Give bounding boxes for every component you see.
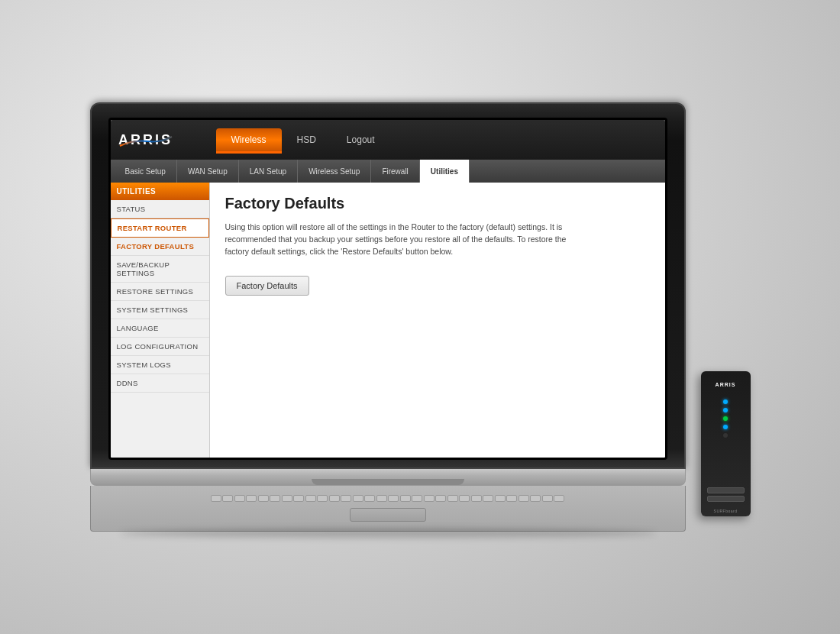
keyboard-row-1 bbox=[211, 495, 565, 502]
key bbox=[211, 495, 221, 502]
sidebar-item-language[interactable]: LANGUAGE bbox=[111, 319, 209, 338]
key bbox=[471, 495, 482, 502]
key bbox=[258, 495, 269, 502]
key bbox=[364, 495, 375, 502]
key bbox=[459, 495, 470, 502]
key bbox=[400, 495, 411, 502]
sidebar-item-ddns[interactable]: DDNS bbox=[111, 374, 209, 393]
key bbox=[234, 495, 245, 502]
sidebar-item-restart-router[interactable]: RESTART ROUTER bbox=[111, 218, 209, 238]
key bbox=[282, 495, 292, 502]
laptop: ARRIS bbox=[90, 102, 686, 532]
laptop-shadow bbox=[120, 529, 656, 538]
key bbox=[305, 495, 316, 502]
router-brand-text: SURFboard bbox=[714, 509, 738, 513]
key bbox=[424, 495, 435, 502]
tab-wireless-setup[interactable]: Wireless Setup bbox=[298, 160, 371, 183]
sidebar-item-save-backup[interactable]: SAVE/BACKUP SETTINGS bbox=[111, 256, 209, 283]
router-logo: ARRIS bbox=[716, 382, 736, 387]
main-content: Factory Defaults Using this option will … bbox=[210, 183, 665, 458]
router-leds bbox=[723, 399, 728, 438]
router-port-usb bbox=[707, 487, 745, 493]
sidebar-title: UTILITIES bbox=[111, 183, 209, 200]
key bbox=[329, 495, 340, 502]
content-area: UTILITIES STATUS RESTART ROUTER FACTORY … bbox=[111, 183, 665, 458]
sidebar-item-factory-defaults[interactable]: FACTORY DEFAULTS bbox=[111, 238, 209, 256]
led-eth2 bbox=[723, 433, 728, 438]
factory-defaults-button[interactable]: Factory Defaults bbox=[225, 276, 309, 296]
laptop-wrapper: ARRIS bbox=[90, 102, 751, 532]
router-ui: ARRIS bbox=[111, 120, 665, 458]
key bbox=[542, 495, 553, 502]
key bbox=[388, 495, 399, 502]
trackpad[interactable] bbox=[350, 508, 426, 522]
sidebar-item-status[interactable]: STATUS bbox=[111, 200, 209, 218]
key bbox=[447, 495, 458, 502]
key bbox=[353, 495, 363, 502]
key bbox=[222, 495, 233, 502]
nav-tab-wireless[interactable]: Wireless bbox=[216, 128, 282, 151]
key bbox=[376, 495, 387, 502]
sidebar-item-system-logs[interactable]: SYSTEM LOGS bbox=[111, 356, 209, 374]
key bbox=[530, 495, 541, 502]
key bbox=[483, 495, 493, 502]
nav-tab-hsd[interactable]: HSD bbox=[282, 128, 331, 151]
laptop-screen-bezel: ARRIS bbox=[108, 118, 667, 460]
tab-lan-setup[interactable]: LAN Setup bbox=[239, 160, 298, 183]
led-eth1 bbox=[723, 425, 728, 429]
laptop-screen: ARRIS bbox=[111, 120, 665, 458]
sidebar-item-log-configuration[interactable]: LOG CONFIGURATION bbox=[111, 338, 209, 356]
tab-firewall[interactable]: Firewall bbox=[371, 160, 419, 183]
nav-tab-logout[interactable]: Logout bbox=[331, 128, 390, 151]
laptop-base bbox=[90, 469, 686, 486]
router-port-lan bbox=[707, 496, 745, 502]
key bbox=[435, 495, 446, 502]
second-nav: Basic Setup WAN Setup LAN Setup Wireless… bbox=[111, 160, 665, 183]
page-description: Using this option will restore all of th… bbox=[225, 222, 592, 257]
key bbox=[412, 495, 422, 502]
sidebar: UTILITIES STATUS RESTART ROUTER FACTORY … bbox=[111, 183, 210, 458]
sidebar-item-restore-settings[interactable]: RESTORE SETTINGS bbox=[111, 283, 209, 301]
laptop-screen-outer: ARRIS bbox=[90, 102, 686, 469]
key bbox=[554, 495, 564, 502]
led-internet bbox=[723, 416, 728, 421]
key bbox=[506, 495, 517, 502]
key bbox=[246, 495, 257, 502]
led-power bbox=[723, 399, 728, 404]
key bbox=[317, 495, 328, 502]
sidebar-item-system-settings[interactable]: SYSTEM SETTINGS bbox=[111, 301, 209, 319]
tab-wan-setup[interactable]: WAN Setup bbox=[177, 160, 239, 183]
led-wifi bbox=[723, 408, 728, 412]
nav-tabs: Wireless HSD Logout bbox=[216, 128, 390, 151]
page-title: Factory Defaults bbox=[225, 195, 650, 212]
key bbox=[270, 495, 280, 502]
router-device: ARRIS SURFboard bbox=[701, 371, 751, 516]
key bbox=[293, 495, 304, 502]
laptop-keyboard-area bbox=[90, 486, 686, 532]
top-nav: ARRIS bbox=[111, 120, 665, 160]
arris-logo: ARRIS bbox=[118, 129, 186, 151]
key bbox=[341, 495, 351, 502]
key bbox=[495, 495, 506, 502]
tab-basic-setup[interactable]: Basic Setup bbox=[115, 160, 177, 183]
key bbox=[519, 495, 529, 502]
router-port-area bbox=[707, 487, 745, 504]
tab-utilities[interactable]: Utilities bbox=[420, 160, 470, 183]
